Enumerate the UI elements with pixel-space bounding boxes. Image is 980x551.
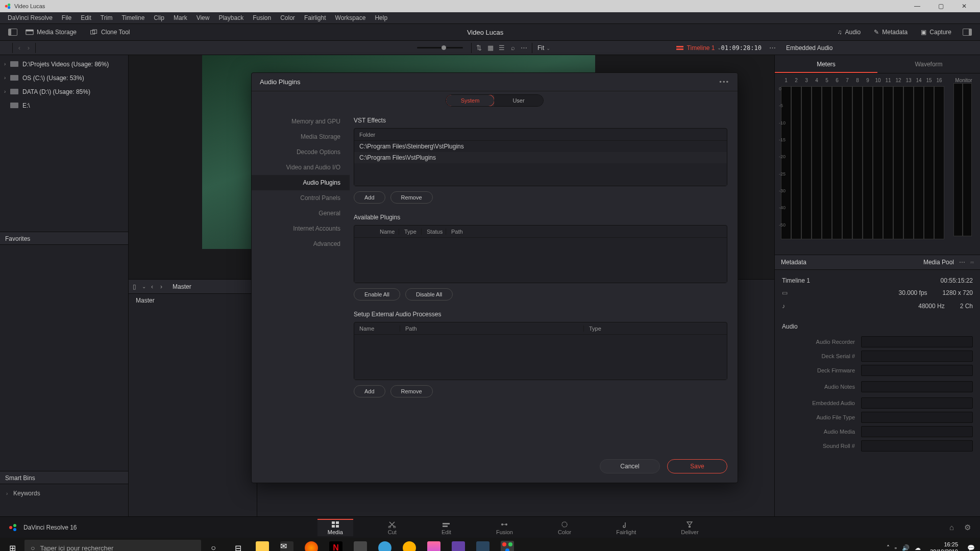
zoom-slider[interactable] <box>417 47 463 48</box>
nav-back-button[interactable]: ‹ <box>15 44 24 52</box>
nav-control-panels[interactable]: Control Panels <box>252 190 350 206</box>
system-tab[interactable]: System <box>446 94 495 107</box>
drive-row[interactable]: ›DATA (D:\) (Usage: 85%) <box>0 85 128 98</box>
more-icon[interactable]: ⋯ <box>519 42 530 54</box>
page-edit[interactable]: Edit <box>431 519 461 536</box>
taskbar-clock[interactable]: 16:2530/10/2019 <box>926 541 962 551</box>
page-cut[interactable]: Cut <box>378 519 407 536</box>
save-button[interactable]: Save <box>667 459 727 473</box>
sound-roll-field[interactable] <box>861 440 973 452</box>
maximize-button[interactable]: ▢ <box>929 3 952 10</box>
app-icon[interactable] <box>471 538 495 551</box>
nav-audio-plugins[interactable]: Audio Plugins <box>252 175 350 190</box>
settings-icon[interactable]: ⚙ <box>964 523 971 532</box>
mail-icon[interactable]: ✉ <box>275 538 299 551</box>
app-icon[interactable] <box>422 538 446 551</box>
tab-meters[interactable]: Meters <box>775 55 877 73</box>
sort-icon[interactable]: ⇅ <box>474 42 485 54</box>
nav-forward-button[interactable]: › <box>160 283 169 290</box>
menu-trim[interactable]: Trim <box>96 12 117 23</box>
menu-davinci-resolve[interactable]: DaVinci Resolve <box>3 12 57 23</box>
page-deliver[interactable]: Deliver <box>671 519 708 536</box>
capture-button[interactable]: ▣Capture <box>916 25 957 39</box>
deck-firmware-field[interactable] <box>861 365 973 376</box>
bin-master[interactable]: Master <box>129 294 257 307</box>
enable-all-button[interactable]: Enable All <box>354 288 400 300</box>
volume-icon[interactable]: 🔊 <box>902 544 910 551</box>
panel-icon[interactable] <box>3 45 10 51</box>
nav-forward-button[interactable]: › <box>24 44 33 52</box>
nav-general[interactable]: General <box>252 206 350 221</box>
menu-file[interactable]: File <box>57 12 76 23</box>
nav-advanced[interactable]: Advanced <box>252 236 350 252</box>
page-media[interactable]: Media <box>317 519 353 536</box>
menu-playback[interactable]: Playback <box>214 12 248 23</box>
metadata-button[interactable]: ✎Metadata <box>869 25 913 39</box>
nav-video-audio-io[interactable]: Video and Audio I/O <box>252 160 350 175</box>
page-color[interactable]: Color <box>548 519 581 536</box>
search-icon[interactable]: ⌕ <box>507 42 519 54</box>
dialog-more-icon[interactable]: ••• <box>719 78 729 86</box>
menu-clip[interactable]: Clip <box>149 12 169 23</box>
nav-internet-accounts[interactable]: Internet Accounts <box>252 221 350 236</box>
chevron-down-icon[interactable]: ⌄ <box>142 284 151 289</box>
menu-color[interactable]: Color <box>276 12 300 23</box>
menu-workspace[interactable]: Workspace <box>331 12 371 23</box>
page-fusion[interactable]: Fusion <box>486 519 523 536</box>
task-view-icon[interactable]: ⊟ <box>226 538 250 551</box>
clone-tool-button[interactable]: Clone Tool <box>85 25 135 39</box>
audio-notes-field[interactable] <box>861 381 973 392</box>
home-icon[interactable]: ⌂ <box>949 523 954 532</box>
list-view-icon[interactable]: ☰ <box>496 42 507 54</box>
drive-row[interactable]: E:\ <box>0 98 128 112</box>
firefox-icon[interactable] <box>299 538 324 551</box>
nav-media-storage[interactable]: Media Storage <box>252 129 350 144</box>
add-folder-button[interactable]: Add <box>354 191 385 204</box>
folder-row[interactable]: C:\Program Files\Steinberg\VstPlugins <box>354 141 727 152</box>
nav-back-button[interactable]: ‹ <box>151 283 160 290</box>
menu-fusion[interactable]: Fusion <box>248 12 276 23</box>
timeline-selector[interactable]: Timeline 1 ⌄ <box>676 44 721 52</box>
media-storage-button[interactable]: Media Storage <box>20 25 82 39</box>
audio-media-field[interactable] <box>861 426 973 437</box>
remove-folder-button[interactable]: Remove <box>390 191 433 204</box>
menu-fairlight[interactable]: Fairlight <box>300 12 331 23</box>
audio-file-type-field[interactable] <box>861 412 973 423</box>
nav-memory-gpu[interactable]: Memory and GPU <box>252 114 350 129</box>
cortana-icon[interactable]: ○ <box>201 538 226 551</box>
sublime-icon[interactable] <box>348 538 373 551</box>
audio-recorder-field[interactable] <box>861 336 973 347</box>
explorer-icon[interactable] <box>250 538 275 551</box>
menu-edit[interactable]: Edit <box>76 12 96 23</box>
davinci-taskbar-icon[interactable] <box>495 538 520 551</box>
embedded-audio-field[interactable] <box>861 397 973 409</box>
menu-help[interactable]: Help <box>370 12 392 23</box>
menu-mark[interactable]: Mark <box>169 12 192 23</box>
drive-row[interactable]: ›D:\Projets Videos (Usage: 86%) <box>0 57 128 71</box>
menu-timeline[interactable]: Timeline <box>117 12 149 23</box>
remove-process-button[interactable]: Remove <box>390 385 433 397</box>
twitch-icon[interactable] <box>446 538 471 551</box>
inspector-toggle-icon[interactable] <box>963 29 972 36</box>
nav-decode-options[interactable]: Decode Options <box>252 144 350 160</box>
user-tab[interactable]: User <box>494 95 543 106</box>
viewer-timecode[interactable]: 01:09:28:10 <box>721 44 767 52</box>
deck-serial-field[interactable] <box>861 350 973 362</box>
more-icon[interactable]: ⋯ <box>959 259 965 266</box>
taskbar-search[interactable]: ○Taper ici pour rechercher <box>24 540 201 551</box>
drive-row[interactable]: ›OS (C:\) (Usage: 53%) <box>0 71 128 85</box>
options-icon[interactable]: ⎓ <box>970 259 974 266</box>
page-fairlight[interactable]: Fairlight <box>606 519 646 536</box>
app-icon[interactable] <box>397 538 422 551</box>
start-button[interactable]: ⊞ <box>0 543 24 552</box>
minimize-button[interactable]: — <box>905 3 929 10</box>
netflix-icon[interactable]: N <box>324 538 348 551</box>
menu-view[interactable]: View <box>192 12 214 23</box>
panel-icon[interactable]: ▯ <box>133 283 142 290</box>
cancel-button[interactable]: Cancel <box>600 459 660 473</box>
layout-toggle-icon[interactable] <box>8 29 17 36</box>
grid-view-icon[interactable]: ▦ <box>485 42 496 54</box>
add-process-button[interactable]: Add <box>354 385 385 397</box>
disable-all-button[interactable]: Disable All <box>405 288 453 300</box>
folder-row[interactable]: C:\Program Files\VstPlugins <box>354 152 727 163</box>
